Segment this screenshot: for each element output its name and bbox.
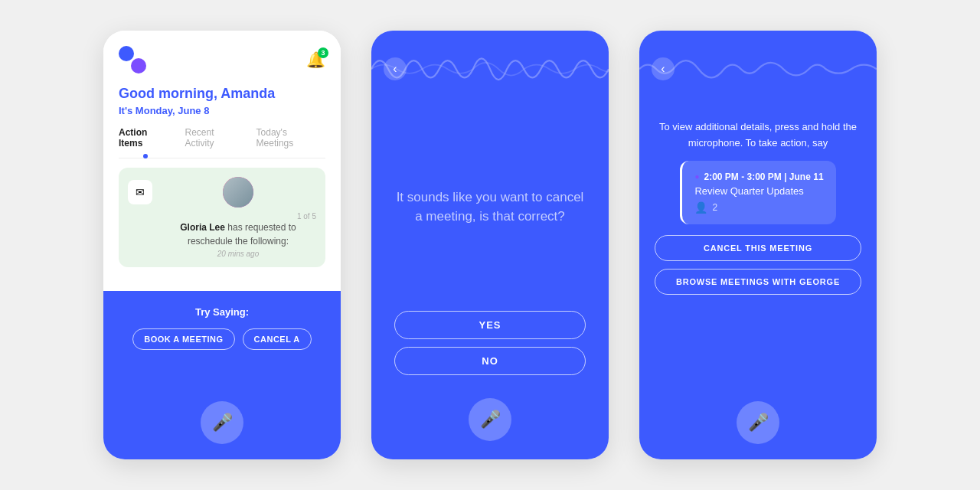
avatar (223, 177, 253, 207)
phone-screen-3: ‹ To view additional details, press and … (639, 31, 877, 459)
pill-buttons: BOOK A MEETING CANCEL A (132, 328, 312, 350)
person-icon: 👤 (694, 201, 707, 214)
no-button[interactable]: NO (394, 347, 586, 375)
attendees: 👤 2 (694, 201, 823, 214)
screen1-bottom: Try Saying: BOOK A MEETING CANCEL A 🎤 (103, 291, 341, 459)
card-count: 1 of 5 (160, 212, 316, 220)
waveform-area-3: ‹ (639, 31, 877, 107)
mic-icon: 🎤 (212, 413, 233, 433)
confirm-section: It sounds like you want to cancel a meet… (371, 107, 609, 311)
try-saying-label: Try Saying: (195, 306, 249, 318)
notif-badge: 3 (318, 47, 328, 58)
info-static: To view additional details, press and ho… (659, 121, 857, 149)
notification-icon[interactable]: 🔔 3 (306, 51, 325, 69)
info-text: To view additional details, press and ho… (639, 107, 877, 161)
header: 🔔 3 (119, 46, 325, 74)
screen3: ‹ To view additional details, press and … (639, 31, 877, 459)
screen1-top: 🔔 3 Good morning, Amanda It's Monday, Ju… (103, 31, 341, 291)
phone-screen-1: 🔔 3 Good morning, Amanda It's Monday, Ju… (103, 31, 341, 459)
phone-screen-2: ‹ It sounds like you want to cancel a me… (371, 31, 609, 459)
screen2-bottom: 🎤 (469, 375, 511, 459)
email-icon: ✉ (128, 180, 152, 204)
waveform-svg-3 (639, 44, 877, 94)
cancel-btn[interactable]: CANCEL A (243, 328, 312, 350)
yes-button[interactable]: YES (394, 311, 586, 339)
confirm-question: It sounds like you want to cancel a meet… (394, 188, 586, 227)
cancel-meeting-button[interactable]: CANCEL THIS MEETING (655, 235, 861, 261)
tab-recent-activity[interactable]: Recent Activity (185, 127, 244, 152)
mic-button-3[interactable]: 🎤 (737, 401, 779, 444)
person-name: Gloria Lee (180, 222, 225, 233)
screen2: ‹ It sounds like you want to cancel a me… (371, 31, 609, 459)
action-card: ✉ 1 of 5 Gloria Lee has requested to res… (119, 168, 325, 267)
mic-icon-2: 🎤 (480, 410, 501, 430)
date-highlight: June 8 (178, 105, 209, 116)
attendees-count: 2 (712, 202, 717, 213)
meeting-card: 2:00 PM - 3:00 PM | June 11 Review Quart… (680, 161, 835, 224)
greeting-text: Good morning, Amanda (119, 86, 325, 102)
tab-action-items[interactable]: Action Items (119, 127, 173, 152)
yes-no-buttons: YES NO (371, 311, 609, 375)
app-logo (119, 46, 146, 74)
waveform-svg (371, 44, 609, 94)
tabs: Action Items Recent Activity Today's Mee… (119, 127, 325, 158)
browse-meetings-button[interactable]: BROWSE MEETINGS WITH GEORGE (655, 269, 861, 295)
mic-icon-3: 🎤 (748, 413, 769, 433)
question-light: is that correct? (476, 209, 565, 224)
meeting-time: 2:00 PM - 3:00 PM | June 11 (694, 172, 823, 182)
mic-button-2[interactable]: 🎤 (469, 398, 511, 441)
tab-todays-meetings[interactable]: Today's Meetings (256, 127, 325, 152)
screen3-bottom: 🎤 (737, 386, 779, 459)
meeting-name: Review Quarter Updates (694, 185, 823, 197)
mic-button[interactable]: 🎤 (201, 401, 243, 444)
waveform-area: ‹ (371, 31, 609, 107)
date-line: It's Monday, June 8 (119, 105, 325, 116)
action-content: 1 of 5 Gloria Lee has requested to resch… (160, 177, 316, 258)
book-meeting-btn[interactable]: BOOK A MEETING (132, 328, 234, 350)
action-text: Gloria Lee has requested to reschedule t… (160, 220, 316, 248)
screens-container: 🔔 3 Good morning, Amanda It's Monday, Ju… (0, 0, 980, 490)
action-buttons: CANCEL THIS MEETING BROWSE MEETINGS WITH… (639, 235, 877, 295)
date-prefix: It's Monday, (119, 105, 178, 116)
action-time: 20 mins ago (160, 250, 316, 258)
